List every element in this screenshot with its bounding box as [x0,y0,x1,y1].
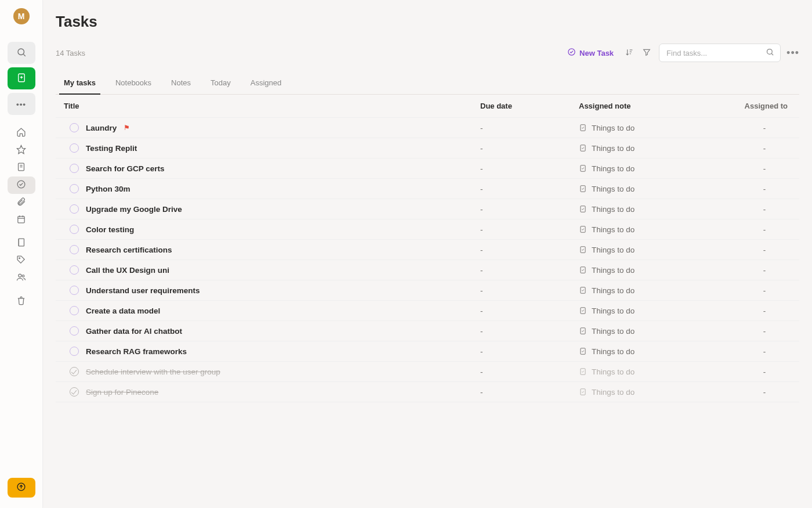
filter-button[interactable] [639,45,654,60]
cell-due: - [480,205,579,214]
cell-due: - [480,225,579,234]
cell-assigned-note[interactable]: Things to do [579,185,735,193]
cell-assigned-to: - [735,144,793,153]
trash-icon [16,296,26,307]
sidebar-more-button[interactable]: ••• [8,93,35,115]
task-checkbox[interactable] [70,143,79,153]
table-row[interactable]: Testing Replit-Things to do- [56,138,799,158]
cell-assigned-note[interactable]: Things to do [579,388,735,397]
new-task-button[interactable]: New Task [561,44,619,62]
cell-assigned-note[interactable]: Things to do [579,124,735,132]
table-row[interactable]: Sign up for Pinecone-Things to do- [56,382,799,402]
sidebar-item-files[interactable] [8,194,35,211]
task-checkbox[interactable] [70,184,79,193]
sidebar-item-notes[interactable] [8,159,35,176]
cell-assigned-note[interactable]: Things to do [579,327,735,336]
table-row[interactable]: Color testing-Things to do- [56,219,799,240]
table-row[interactable]: Call the UX Design uni-Things to do- [56,260,799,280]
table-row[interactable]: Schedule interview with the user group-T… [56,362,799,382]
tag-icon [16,255,26,266]
tab-assigned[interactable]: Assigned [251,73,281,94]
cell-assigned-note[interactable]: Things to do [579,307,735,315]
table-row[interactable]: Create a data model-Things to do- [56,301,799,321]
sidebar-item-trash[interactable] [8,293,35,310]
avatar[interactable]: M [13,8,30,24]
task-checkbox[interactable] [70,347,79,356]
tab-today[interactable]: Today [211,73,231,94]
note-label: Things to do [592,246,635,254]
upgrade-icon [16,482,26,493]
task-checkbox[interactable] [70,326,79,336]
col-header-title[interactable]: Title [64,102,480,110]
cell-assigned-to: - [735,286,793,295]
upgrade-button[interactable] [8,478,35,498]
sidebar-item-shared[interactable] [8,269,35,287]
sidebar-item-tasks[interactable] [8,176,35,194]
cell-assigned-note[interactable]: Things to do [579,205,735,214]
cell-title: Sign up for Pinecone [64,387,480,397]
tab-notebooks[interactable]: Notebooks [115,73,151,94]
cell-title: Upgrade my Google Drive [64,204,480,214]
task-checkbox[interactable] [70,245,79,254]
cell-assigned-note[interactable]: Things to do [579,225,735,234]
cell-assigned-note[interactable]: Things to do [579,246,735,254]
table-row[interactable]: Research certifications-Things to do- [56,240,799,260]
task-title: Python 30m [86,185,130,193]
sidebar-item-tags[interactable] [8,252,35,269]
table-row[interactable]: Python 30m-Things to do- [56,179,799,199]
table-row[interactable]: Search for GCP certs-Things to do- [56,158,799,179]
task-checkbox[interactable] [70,367,79,376]
task-checkbox[interactable] [70,225,79,234]
cell-assigned-note[interactable]: Things to do [579,368,735,376]
note-icon [579,144,587,152]
task-checkbox[interactable] [70,204,79,214]
sort-button[interactable] [622,45,637,60]
tab-my-tasks[interactable]: My tasks [64,73,96,94]
search-box[interactable] [659,44,781,62]
sidebar-item-notebooks[interactable] [8,235,35,252]
tab-label: Assigned [251,78,281,87]
cell-assigned-note[interactable]: Things to do [579,266,735,275]
col-header-note[interactable]: Assigned note [579,102,735,110]
sidebar-item-shortcuts[interactable] [8,142,35,159]
note-label: Things to do [592,225,635,234]
cell-assigned-note[interactable]: Things to do [579,144,735,153]
cell-due: - [480,185,579,193]
svg-point-18 [22,275,24,278]
note-label: Things to do [592,368,635,376]
cell-assigned-note[interactable]: Things to do [579,286,735,295]
cell-assigned-note[interactable]: Things to do [579,164,735,173]
cell-assigned-to: - [735,307,793,315]
sidebar-item-home[interactable] [8,124,35,142]
col-header-due[interactable]: Due date [480,102,579,110]
table-row[interactable]: Upgrade my Google Drive-Things to do- [56,199,799,219]
sidebar-search-button[interactable] [8,42,35,64]
subheader: 14 Tasks New Task ••• [56,44,799,62]
tab-notes[interactable]: Notes [171,73,191,94]
cell-assigned-note[interactable]: Things to do [579,347,735,356]
header-more-button[interactable]: ••• [786,47,799,59]
task-checkbox[interactable] [70,265,79,275]
table-row[interactable]: Research RAG frameworks-Things to do- [56,341,799,362]
task-checkbox[interactable] [70,123,79,132]
table-row[interactable]: Laundry⚑-Things to do- [56,118,799,138]
sidebar-item-calendar[interactable] [8,211,35,229]
plus-check-icon [567,48,576,58]
table-row[interactable]: Gather data for AI chatbot-Things to do- [56,321,799,341]
task-checkbox[interactable] [70,306,79,315]
task-title: Research RAG frameworks [86,347,187,356]
tab-label: Today [211,78,231,87]
col-header-assigned[interactable]: Assigned to [735,102,793,110]
task-checkbox[interactable] [70,286,79,295]
tab-label: My tasks [64,78,96,87]
cell-due: - [480,246,579,254]
note-icon [579,327,587,335]
new-note-button[interactable] [8,67,35,89]
task-title: Laundry [86,124,117,132]
search-input[interactable] [665,48,766,58]
task-checkbox[interactable] [70,387,79,397]
cell-due: - [480,286,579,295]
task-checkbox[interactable] [70,164,79,173]
cell-assigned-to: - [735,164,793,173]
table-row[interactable]: Understand user requirements-Things to d… [56,280,799,301]
